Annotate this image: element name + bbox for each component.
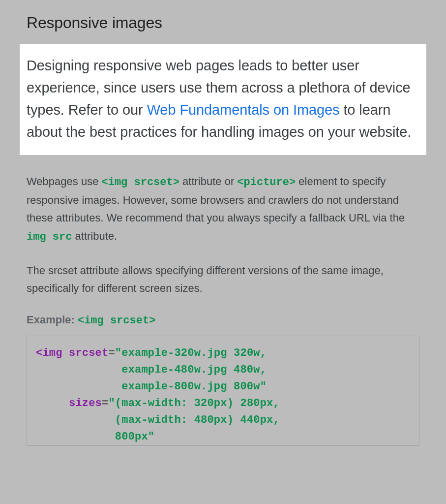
code-eq-1: = <box>108 347 115 359</box>
code-val-l1: "example-320w.jpg 320w, <box>115 347 267 359</box>
intro-highlight: Designing responsive web pages leads to … <box>20 44 426 155</box>
web-fundamentals-link[interactable]: Web Fundamentals on Images <box>147 102 340 118</box>
code-eq-2: = <box>102 397 108 410</box>
example-label-code: <img srcset> <box>78 315 155 327</box>
code-val-l4: "(max-width: 320px) 280px, <box>108 397 279 410</box>
example-label-text: Example: <box>27 314 78 326</box>
intro-paragraph: Designing responsive web pages leads to … <box>27 55 419 143</box>
paragraph-srcset-versions: The srcset attribute allows specifying d… <box>27 262 419 298</box>
code-val-l2: example-480w.jpg 480w, <box>36 364 267 376</box>
code-val-l3: example-800w.jpg 800w" <box>36 380 267 393</box>
code-val-l6: 800px" <box>36 431 154 443</box>
code-val-l5: (max-width: 480px) 440px, <box>36 414 280 426</box>
code-attr-sizes: sizes <box>36 397 102 410</box>
p2-text-2: attribute or <box>182 175 237 188</box>
code-img-srcset: <img srcset> <box>101 176 179 189</box>
paragraph-srcset-explainer: Webpages use <img srcset> attribute or <… <box>27 173 419 246</box>
section-heading: Responsive images <box>27 14 419 32</box>
code-open-tag: <img <box>36 347 69 359</box>
p2-text-4: attribute. <box>72 230 117 242</box>
code-example-block: <img srcset="example-320w.jpg 320w, exam… <box>27 336 419 446</box>
code-img-src: img src <box>27 231 72 243</box>
code-attr-srcset: srcset <box>69 347 108 359</box>
p2-text-1: Webpages use <box>27 175 101 188</box>
code-picture: <picture> <box>237 176 296 189</box>
example-label: Example: <img srcset> <box>27 314 419 327</box>
